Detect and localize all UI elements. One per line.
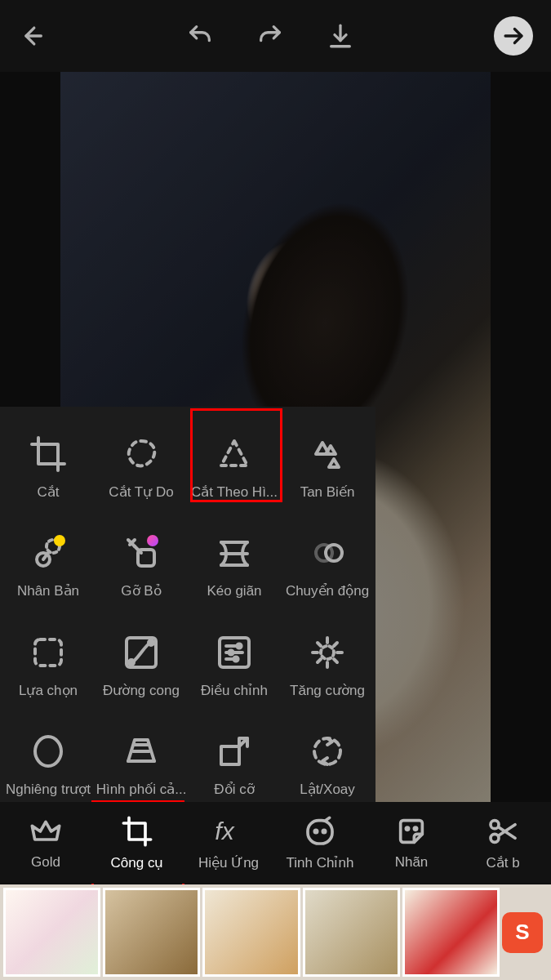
svg-point-15 [314,738,340,764]
remove-icon [122,533,161,572]
svg-rect-5 [35,639,61,666]
sticker-icon [395,815,428,848]
tool-tilt-shift[interactable]: Nghiêng trượt [2,715,95,814]
ad-thumb[interactable] [402,888,500,977]
tool-curves[interactable]: Đường cong [95,617,188,715]
tool-crop[interactable]: Cắt [2,418,95,517]
shape-crop-icon [215,434,254,474]
fx-icon: fx [212,815,245,848]
svg-point-20 [406,827,408,830]
motion-icon [308,533,347,572]
nav-fx[interactable]: fxHiệu Ứng [183,802,274,884]
tool-motion[interactable]: Chuyển động [281,517,374,616]
dispersion-icon [308,434,347,474]
svg-point-11 [229,650,233,654]
ad-thumb[interactable] [103,888,200,977]
redo-icon[interactable] [256,22,284,50]
crop-icon [29,434,68,474]
svg-text:fx: fx [215,817,234,844]
tool-free-crop[interactable]: Cắt Tự Do [95,418,188,517]
tool-dispersion[interactable]: Tan Biến [281,418,374,517]
crop-icon [121,815,153,848]
scissors-icon [487,815,519,848]
top-toolbar [0,0,551,72]
selection-icon [29,633,68,672]
svg-point-8 [149,640,153,645]
svg-rect-14 [221,746,239,764]
enhance-icon [308,633,347,672]
free-crop-icon [122,434,161,474]
ad-thumb[interactable] [3,888,100,977]
next-button[interactable] [494,16,533,56]
svg-point-18 [314,830,317,832]
stretch-icon [215,534,254,573]
nav-gold[interactable]: Gold [0,802,91,884]
tool-clone[interactable]: Nhân Bản [2,517,95,616]
nav-tools[interactable]: Công cụ [91,802,183,884]
curves-icon [122,633,161,672]
tool-stretch[interactable]: Kéo giãn [188,517,281,616]
ad-strip[interactable]: S [0,884,551,980]
svg-point-13 [321,646,334,659]
tilt-shift-icon [29,732,68,771]
resize-icon [215,732,254,771]
nav-finetune[interactable]: Tinh Chỉnh [274,802,366,884]
tool-flip-rotate[interactable]: Lật/Xoay [281,715,374,814]
nav-sticker[interactable]: Nhãn [366,802,457,884]
tool-remove[interactable]: Gỡ Bỏ [95,517,188,616]
svg-point-19 [322,830,325,832]
svg-point-7 [129,660,134,665]
tool-perspective[interactable]: Hình phối cả... [95,715,188,814]
svg-point-10 [237,644,241,648]
clone-icon [29,533,68,572]
bottom-nav: Gold Công cụ fxHiệu Ứng Tinh Chỉnh Nhãn … [0,802,551,884]
download-icon[interactable] [327,22,354,50]
tools-panel: Cắt Cắt Tự Do Cắt Theo Hì... Tan Biến Nh… [0,407,375,819]
face-icon [304,815,336,848]
tool-enhance[interactable]: Tăng cường [281,617,374,715]
svg-point-12 [233,657,238,661]
crown-icon [29,815,62,848]
ad-thumb[interactable] [303,888,400,977]
tool-selection[interactable]: Lựa chọn [2,617,95,715]
flip-rotate-icon [308,732,347,771]
shopee-badge[interactable]: S [502,912,543,953]
back-icon[interactable] [18,22,46,50]
svg-point-21 [414,827,416,830]
svg-rect-17 [308,820,332,843]
nav-cutout[interactable]: Cắt b [457,802,549,884]
ad-thumb[interactable] [202,888,300,977]
adjust-icon [215,633,254,672]
tool-adjust[interactable]: Điều chỉnh [188,617,281,715]
tool-shape-crop[interactable]: Cắt Theo Hì... [188,418,281,517]
undo-icon[interactable] [186,22,214,50]
tool-resize[interactable]: Đổi cỡ [188,715,281,814]
perspective-icon [122,732,161,771]
